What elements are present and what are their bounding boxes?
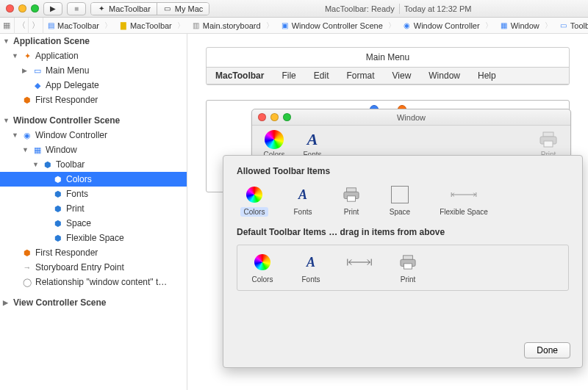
flexible-space-icon (346, 251, 373, 273)
outline-print[interactable]: ⬢Print (0, 201, 187, 216)
scene-application[interactable]: ▼Application Scene (0, 34, 187, 48)
svg-rect-2 (544, 141, 553, 147)
crumb-window[interactable]: ▦Window (497, 18, 556, 34)
run-button[interactable]: ▶ (43, 2, 62, 15)
crumb-storyboard[interactable]: ▥Main.storyboard (189, 18, 278, 34)
flexible-space-icon (451, 184, 477, 206)
crumb-scene[interactable]: ▣Window Controller Scene (278, 18, 400, 34)
scene-window-controller[interactable]: ▼Window Controller Scene (0, 113, 187, 128)
toolbar-item-fonts[interactable]: A Fonts (298, 129, 327, 159)
stop-button[interactable]: ■ (67, 2, 86, 15)
allowed-item-print[interactable]: Print (334, 184, 369, 217)
menu-bar: MacToolbar File Edit Format View Window … (207, 68, 569, 84)
svg-rect-5 (348, 196, 356, 201)
default-item-print[interactable]: Print (390, 251, 426, 284)
jump-bar: ▦ 〈 〉 ▤MacToolbar ▇MacToolbar ▥Main.stor… (0, 18, 588, 34)
clock-text: Today at 12:32 PM (404, 4, 472, 13)
printer-icon (338, 184, 365, 206)
document-outline: ▼Application Scene ▼✦Application ▶▭Main … (0, 34, 187, 390)
device-name: My Mac (175, 4, 204, 13)
related-items-icon[interactable]: ▦ (0, 18, 15, 34)
space-icon (391, 186, 409, 203)
color-wheel-icon (246, 187, 262, 203)
menu-item-edit[interactable]: Edit (305, 68, 338, 84)
forward-button[interactable]: 〉 (29, 18, 43, 34)
default-item-fonts[interactable]: A Fonts (293, 251, 329, 284)
svg-rect-3 (347, 188, 356, 192)
default-items-row[interactable]: Colors A Fonts Print (237, 245, 569, 291)
outline-flexible-space[interactable]: ⬢Flexible Space (0, 231, 187, 245)
crumb-project[interactable]: ▤MacToolbar (43, 18, 116, 34)
main-menu-title: Main Menu (207, 48, 569, 68)
toolbar-editor-sheet: Allowed Toolbar Items Colors A Fonts Pri… (223, 155, 583, 368)
app-icon: ✦ (97, 4, 106, 13)
menu-item-view[interactable]: View (384, 68, 420, 84)
back-button[interactable]: 〈 (15, 18, 29, 34)
traffic-lights (6, 4, 39, 12)
outline-window-controller[interactable]: ▼◉Window Controller (0, 128, 187, 142)
outline-toolbar[interactable]: ▼⬢Toolbar (0, 157, 187, 172)
outline-first-responder-2[interactable]: ⬢First Responder (0, 245, 187, 260)
device-icon: ▭ (163, 4, 172, 13)
outline-colors[interactable]: ⬢Colors (0, 172, 187, 187)
color-wheel-icon (254, 254, 270, 270)
activity-viewer: MacToolbar: Ready Today at 12:32 PM (325, 4, 472, 14)
svg-rect-0 (543, 132, 553, 137)
outline-space[interactable]: ⬢Space (0, 216, 187, 231)
outline-first-responder[interactable]: ⬢First Responder (0, 93, 187, 107)
zoom-icon[interactable] (31, 4, 39, 12)
menu-item-format[interactable]: Format (337, 68, 383, 84)
outline-storyboard-entry[interactable]: →Storyboard Entry Point (0, 260, 187, 275)
outline-application[interactable]: ▼✦Application (0, 48, 187, 63)
breadcrumb: ▤MacToolbar ▇MacToolbar ▥Main.storyboard… (43, 18, 588, 34)
crumb-controller[interactable]: ◉Window Controller (400, 18, 497, 34)
status-text: MacToolbar: Ready (325, 4, 395, 13)
default-heading: Default Toolbar Items … drag in items fr… (237, 227, 569, 237)
allowed-item-fonts[interactable]: A Fonts (285, 184, 320, 217)
preview-title: Window (252, 113, 570, 122)
allowed-item-space[interactable]: Space (382, 184, 417, 217)
default-item-colors[interactable]: Colors (245, 251, 280, 284)
outline-relationship[interactable]: ◯Relationship "window content" to "… (0, 275, 187, 289)
close-icon[interactable] (6, 4, 14, 12)
toolbar-item-colors[interactable]: Colors (259, 129, 289, 159)
font-icon: A (298, 187, 307, 203)
crumb-folder[interactable]: ▇MacToolbar (116, 18, 189, 34)
scheme-name: MacToolbar (109, 4, 151, 13)
font-icon: A (307, 130, 318, 149)
menu-item-file[interactable]: File (273, 68, 304, 84)
menu-item-help[interactable]: Help (469, 68, 505, 84)
menu-item-app[interactable]: MacToolbar (207, 68, 273, 84)
allowed-heading: Allowed Toolbar Items (237, 166, 569, 176)
font-icon: A (306, 255, 315, 270)
printer-icon (537, 129, 559, 151)
menu-item-window[interactable]: Window (420, 68, 469, 84)
allowed-item-colors[interactable]: Colors (237, 184, 272, 217)
scheme-selector[interactable]: ✦MacToolbar ▭My Mac (90, 2, 209, 15)
main-menu-object[interactable]: Main Menu MacToolbar File Edit Format Vi… (206, 47, 570, 85)
outline-app-delegate[interactable]: ◆App Delegate (0, 78, 187, 93)
svg-rect-14 (404, 264, 412, 269)
color-wheel-icon (265, 130, 284, 149)
outline-window[interactable]: ▼▦Window (0, 142, 187, 157)
crumb-toolbar[interactable]: ▭Toolbar (556, 18, 588, 34)
done-button[interactable]: Done (524, 342, 570, 358)
outline-main-menu[interactable]: ▶▭Main Menu (0, 63, 187, 78)
allowed-items-row: Colors A Fonts Print Space Flexible S (237, 184, 569, 217)
allowed-item-flexible-space[interactable]: Flexible Space (431, 184, 497, 217)
default-item-flexible[interactable] (342, 251, 377, 284)
printer-icon (395, 251, 421, 273)
scene-view-controller[interactable]: ▶View Controller Scene (0, 295, 187, 310)
minimize-icon[interactable] (18, 4, 26, 12)
outline-fonts[interactable]: ⬢Fonts (0, 187, 187, 201)
toolbar-item-print[interactable]: Print (534, 129, 563, 159)
svg-rect-12 (404, 256, 413, 260)
preview-titlebar[interactable]: Window (252, 109, 570, 126)
window-chrome: ▶ ■ ✦MacToolbar ▭My Mac MacToolbar: Read… (0, 0, 588, 18)
